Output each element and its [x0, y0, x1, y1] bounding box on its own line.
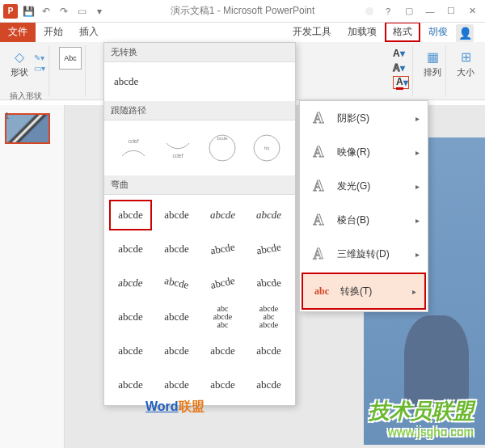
size-icon: ⊞ [456, 47, 475, 66]
curve-option-9[interactable]: abcde [107, 268, 154, 298]
curve-option-16[interactable]: abcdeabcabcde [247, 302, 290, 332]
effect-shadow[interactable]: A 阴影(S) ▸ [300, 101, 428, 135]
shape-style-preview[interactable]: Abc [59, 47, 82, 70]
curve-option-23[interactable]: abcde [201, 370, 244, 400]
effect-bevel[interactable]: A 棱台(B) ▸ [300, 203, 428, 237]
curve-option-4[interactable]: abcde [247, 200, 290, 230]
curve-option-7[interactable]: abcde [199, 230, 247, 268]
effect-glow-label: 发光(G) [337, 180, 370, 193]
svg-text:hij: hij [264, 146, 268, 150]
ribbon-collapse-icon[interactable]: ▢ [399, 3, 419, 19]
start-slideshow-icon[interactable]: ▭ [74, 4, 89, 19]
edit-shape-icon[interactable]: ✎▾ [34, 53, 45, 62]
chevron-right-icon: ▸ [415, 114, 420, 123]
help-icon[interactable]: ? [378, 3, 398, 19]
text-outline-icon[interactable]: A▾ [393, 61, 409, 74]
chevron-right-icon: ▸ [415, 250, 420, 259]
effect-transform[interactable]: abc 转换(T) ▸ [302, 273, 426, 310]
rotation3d-icon: A [307, 242, 327, 267]
curve-header: 弯曲 [104, 175, 295, 195]
curve-option-6[interactable]: abcde [155, 234, 198, 264]
tab-dev[interactable]: 开发工具 [285, 22, 340, 42]
size-button[interactable]: ⊞ 大小 [456, 47, 475, 78]
shapes-icon: ◇ [10, 47, 29, 66]
path-button[interactable]: hij [249, 130, 285, 166]
tab-file[interactable]: 文件 [0, 22, 36, 42]
text-fill-icon[interactable]: A▾ [393, 47, 409, 60]
tab-home[interactable]: 开始 [36, 22, 71, 42]
user-name-label[interactable]: 胡俊 [420, 22, 456, 42]
curve-option-15[interactable]: abcabcdeabc [201, 302, 244, 332]
window-controls: ? ▢ — ☐ ✕ [362, 3, 485, 19]
curve-grid: abcde abcde abcde abcde abcde abcde abcd… [104, 195, 295, 405]
powerpoint-icon: P [3, 4, 18, 19]
curve-option-18[interactable]: abcde [155, 336, 198, 366]
curve-option-14[interactable]: abcde [155, 302, 198, 332]
chevron-right-icon: ▸ [415, 182, 420, 191]
watermark-union: 联盟 [179, 399, 205, 413]
curve-option-1[interactable]: abcde [109, 200, 152, 230]
curve-option-20[interactable]: abcde [247, 336, 290, 366]
redo-icon[interactable]: ↷ [57, 4, 71, 19]
curve-option-19[interactable]: abcde [201, 336, 244, 366]
small-watermark: Word联盟 [146, 399, 205, 416]
curve-option-5[interactable]: abcde [109, 234, 152, 264]
shadow-icon: A [308, 108, 329, 129]
effect-3d-rotation[interactable]: A 三维旋转(D) ▸ [300, 237, 428, 271]
maximize-icon[interactable]: ☐ [441, 3, 461, 19]
glow-icon: A [308, 175, 329, 197]
watermark-word: Word [146, 399, 179, 413]
arrange-button[interactable]: ▦ 排列 [423, 47, 442, 78]
path-circle[interactable]: bcde [205, 130, 240, 166]
tab-addins[interactable]: 加载项 [340, 22, 385, 42]
textbox-icon[interactable]: ▭▾ [34, 64, 45, 73]
curve-option-8[interactable]: abcde [245, 230, 293, 268]
tab-format[interactable]: 格式 [385, 22, 420, 42]
curve-option-24[interactable]: abcde [247, 370, 290, 400]
slide-thumbnail-1[interactable] [5, 113, 50, 144]
no-transform-header: 无转换 [104, 43, 295, 62]
minimize-icon[interactable]: — [420, 3, 440, 19]
no-transform-option[interactable]: abcde [104, 62, 295, 101]
svg-text:bcde: bcde [217, 136, 228, 141]
curve-option-3[interactable]: abcde [201, 200, 244, 230]
shapes-label: 形状 [11, 66, 28, 78]
effect-reflection[interactable]: A 映像(R) ▸ [300, 135, 428, 169]
curve-option-13[interactable]: abcde [109, 302, 152, 332]
curve-option-22[interactable]: abcde [155, 370, 198, 400]
path-arch-down[interactable]: cdef [160, 130, 196, 166]
effect-3d-label: 三维旋转(D) [337, 247, 390, 261]
arrange-label: 排列 [424, 66, 441, 78]
curve-option-17[interactable]: abcde [109, 336, 152, 366]
effect-transform-label: 转换(T) [340, 285, 372, 298]
transform-icon: abc [311, 281, 332, 302]
close-icon[interactable]: ✕ [462, 3, 482, 19]
user-avatar[interactable]: 👤 [456, 24, 474, 42]
big-watermark-text: 技术员联盟 [369, 399, 474, 423]
curve-option-2[interactable]: abcde [155, 200, 198, 230]
slide-thumbnail-panel: 1 [0, 105, 65, 448]
save-icon[interactable]: 💾 [21, 4, 36, 19]
undo-icon[interactable]: ↶ [39, 4, 53, 19]
shapes-button[interactable]: ◇ 形状 [10, 47, 29, 78]
curve-option-11[interactable]: abcde [199, 264, 247, 302]
follow-path-row: cdef cdef bcde hij [104, 120, 295, 175]
curve-option-21[interactable]: abcde [109, 370, 152, 400]
tab-insert[interactable]: 插入 [71, 22, 107, 42]
bevel-icon: A [308, 209, 329, 230]
chevron-right-icon: ▸ [415, 216, 420, 225]
window-title: 演示文稿1 - Microsoft PowerPoint [171, 4, 315, 18]
text-effects-menu: A 阴影(S) ▸ A 映像(R) ▸ A 发光(G) ▸ A 棱台(B) ▸ … [299, 100, 428, 312]
chevron-right-icon: ▸ [412, 287, 416, 296]
chevron-right-icon: ▸ [415, 148, 420, 157]
curve-option-12[interactable]: abcde [245, 268, 292, 298]
effect-glow[interactable]: A 发光(G) ▸ [300, 169, 428, 203]
arrange-icon: ▦ [423, 47, 442, 66]
effect-shadow-label: 阴影(S) [337, 112, 369, 125]
svg-text:cdef: cdef [128, 138, 138, 144]
qat-more-icon[interactable]: ▾ [92, 4, 107, 19]
path-arch-up[interactable]: cdef [116, 130, 151, 166]
curve-option-10[interactable]: abcde [153, 264, 201, 302]
size-label: 大小 [457, 66, 474, 78]
slide-number: 1 [5, 112, 10, 120]
